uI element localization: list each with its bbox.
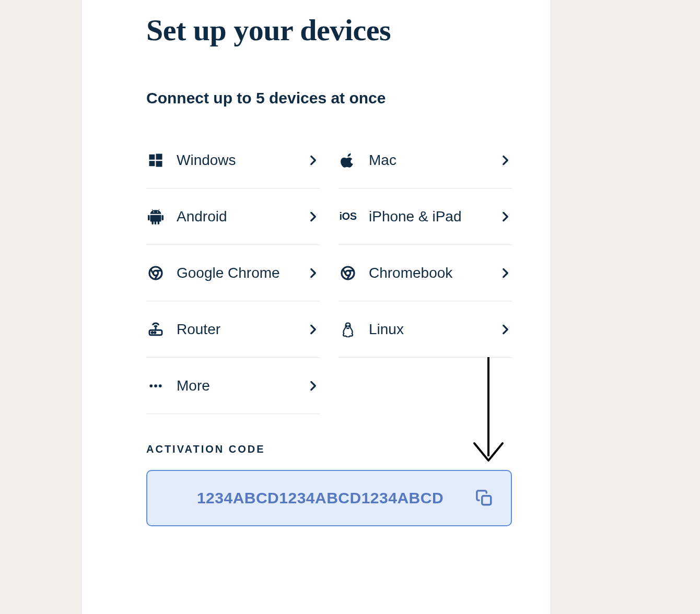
- device-row-windows[interactable]: Windows: [146, 132, 320, 188]
- svg-point-18: [346, 325, 347, 326]
- chromebook-icon: [339, 264, 357, 282]
- linux-icon: [339, 320, 357, 339]
- android-icon: [146, 207, 165, 226]
- svg-point-21: [154, 384, 157, 387]
- chevron-right-icon: [498, 210, 512, 223]
- svg-point-22: [159, 384, 162, 387]
- device-grid: Windows Mac Android: [146, 132, 512, 414]
- copy-icon[interactable]: [475, 489, 493, 507]
- device-row-linux[interactable]: Linux: [339, 301, 512, 358]
- device-row-chromebook[interactable]: Chromebook: [339, 245, 512, 301]
- activation-code-box: 1234ABCD1234ABCD1234ABCD: [146, 470, 512, 526]
- svg-point-17: [154, 332, 156, 333]
- windows-icon: [146, 151, 165, 170]
- device-label: Android: [177, 208, 306, 225]
- svg-rect-0: [149, 154, 155, 159]
- more-icon: [146, 376, 165, 395]
- device-label: Windows: [177, 152, 306, 169]
- device-row-router[interactable]: Router: [146, 301, 320, 358]
- svg-point-16: [151, 332, 153, 333]
- device-label: iPhone & iPad: [369, 208, 498, 225]
- device-label: Linux: [369, 321, 498, 338]
- page-subtitle: Connect up to 5 devices at once: [146, 89, 512, 107]
- ios-icon: iOS: [339, 207, 357, 226]
- device-row-more[interactable]: More: [146, 358, 320, 414]
- device-row-ios[interactable]: iOS iPhone & iPad: [339, 188, 512, 245]
- svg-rect-1: [156, 154, 162, 159]
- setup-card: Set up your devices Connect up to 5 devi…: [110, 0, 549, 539]
- page-title: Set up your devices: [146, 13, 512, 48]
- chevron-right-icon: [306, 379, 320, 393]
- activation-code-value: 1234ABCD1234ABCD1234ABCD: [165, 489, 475, 507]
- chevron-right-icon: [498, 323, 512, 336]
- svg-rect-3: [156, 161, 162, 167]
- device-row-android[interactable]: Android: [146, 188, 320, 245]
- chevron-right-icon: [306, 323, 320, 336]
- chevron-right-icon: [306, 154, 320, 167]
- device-label: Chromebook: [369, 265, 498, 281]
- chevron-right-icon: [498, 266, 512, 280]
- apple-icon: [339, 151, 357, 170]
- svg-point-20: [149, 384, 153, 387]
- svg-rect-23: [482, 496, 491, 505]
- device-label: Mac: [369, 152, 498, 169]
- device-label: Google Chrome: [177, 265, 306, 281]
- device-row-mac[interactable]: Mac: [339, 132, 512, 188]
- device-row-chrome[interactable]: Google Chrome: [146, 245, 320, 301]
- chevron-right-icon: [306, 210, 320, 223]
- chevron-right-icon: [498, 154, 512, 167]
- activation-code-label: ACTIVATION CODE: [146, 443, 512, 455]
- device-label: Router: [177, 321, 306, 338]
- chrome-icon: [146, 264, 165, 282]
- router-icon: [146, 320, 165, 339]
- device-label: More: [177, 377, 306, 394]
- svg-rect-2: [149, 161, 155, 166]
- svg-point-19: [348, 325, 349, 326]
- chevron-right-icon: [306, 266, 320, 280]
